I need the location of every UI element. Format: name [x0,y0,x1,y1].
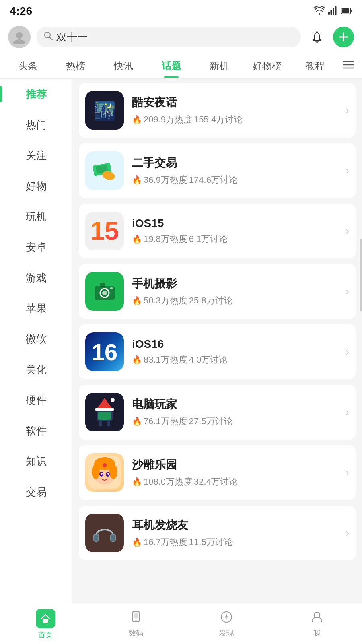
topic-icon-4 [85,272,124,311]
svg-rect-1 [331,10,332,15]
topic-info-4: 手机摄影 🔥 50.3万热度 25.8万讨论 [132,276,346,307]
fire-icon-6: 🔥 [132,417,142,426]
topic-icon-2 [85,151,124,190]
svg-rect-5 [342,8,349,13]
bottom-nav-home[interactable]: 首页 [0,604,90,644]
chevron-1: › [346,104,349,117]
bottom-nav-device[interactable]: 数码 [90,604,181,644]
svg-rect-35 [107,421,110,426]
topic-item-7[interactable]: 沙雕乐园 🔥 108.0万热度 32.4万讨论 › [79,445,356,500]
bell-button[interactable] [306,27,327,47]
topic-title-7: 沙雕乐园 [132,457,346,473]
topic-icon-3: 15 [85,212,124,250]
battery-icon [341,7,352,16]
svg-point-25 [102,291,107,295]
fire-icon-8: 🔥 [132,537,142,547]
svg-point-27 [110,287,113,289]
topic-icon-7 [85,453,124,492]
tab-tutorial[interactable]: 教程 [291,53,339,79]
bottom-nav: 首页 数码 发现 我 [0,604,362,644]
svg-rect-46 [88,517,121,549]
signal-icon [328,6,338,17]
topic-title-8: 耳机发烧友 [132,518,346,533]
svg-rect-30 [98,412,111,420]
svg-point-44 [101,473,103,475]
profile-label: 我 [313,628,321,638]
sidebar-item-knowledge[interactable]: 知识 [0,446,72,477]
sidebar-item-play[interactable]: 玩机 [0,201,72,232]
person-icon [311,611,323,627]
topic-item-2[interactable]: 二手交易 🔥 36.9万热度 174.6万讨论 › [79,143,356,198]
bottom-nav-discover[interactable]: 发现 [181,604,272,644]
status-icons [314,6,352,17]
more-menu-button[interactable] [339,60,358,72]
topic-info-7: 沙雕乐园 🔥 108.0万热度 32.4万讨论 [132,457,346,488]
add-button[interactable] [333,27,354,47]
tab-goodlist[interactable]: 好物榜 [243,53,291,79]
svg-point-45 [107,473,109,475]
svg-rect-0 [328,12,330,15]
topic-title-5: iOS16 [132,338,346,351]
topic-icon-1: 🌃 [85,91,124,130]
avatar[interactable] [8,26,31,48]
sidebar-item-goods[interactable]: 好物 [0,171,72,201]
home-label: 首页 [38,630,53,640]
topic-icon-6 [85,393,124,431]
topic-icon-5: 16 [85,332,124,371]
topic-icon-8 [85,514,124,552]
fire-icon-1: 🔥 [132,115,142,124]
topic-stats-8: 🔥 16.7万热度 11.5万讨论 [132,536,346,548]
sidebar-item-android[interactable]: 安卓 [0,232,72,262]
svg-point-33 [111,398,115,402]
topic-title-3: iOS15 [132,217,346,230]
svg-rect-2 [333,8,334,15]
chevron-5: › [346,345,349,358]
fire-icon-3: 🔥 [132,234,142,244]
svg-rect-32 [95,408,114,411]
sidebar-item-apple[interactable]: 苹果 [0,293,72,324]
topic-item-5[interactable]: 16 iOS16 🔥 83.1万热度 4.0万讨论 › [79,324,356,379]
search-bar[interactable]: 双十一 [36,27,301,47]
bottom-nav-profile[interactable]: 我 [272,604,362,644]
sidebar-item-trade[interactable]: 交易 [0,477,72,507]
chevron-3: › [346,225,349,237]
topic-item-6[interactable]: 电脑玩家 🔥 76.1万热度 27.5万讨论 › [79,385,356,440]
topic-stats-2: 🔥 36.9万热度 174.6万讨论 [132,174,346,186]
sidebar-item-beauty[interactable]: 美化 [0,354,72,385]
status-bar: 4:26 [0,0,362,21]
topic-info-8: 耳机发烧友 🔥 16.7万热度 11.5万讨论 [132,518,346,548]
sidebar-item-recommend[interactable]: 推荐 [0,79,72,109]
topic-item-1[interactable]: 🌃 酷安夜话 🔥 209.9万热度 155.4万讨论 › [79,83,356,138]
chevron-8: › [346,526,349,539]
topic-stats-5: 🔥 83.1万热度 4.0万讨论 [132,354,346,366]
compass-icon [220,611,233,627]
device-icon [130,611,142,627]
tab-newphones[interactable]: 新机 [195,53,243,79]
topic-title-4: 手机摄影 [132,276,346,291]
tab-hot[interactable]: 热榜 [52,53,100,79]
fire-icon-5: 🔥 [132,355,142,365]
tab-topics[interactable]: 话题 [148,53,195,79]
svg-point-41 [103,463,107,467]
topic-item-3[interactable]: 15 iOS15 🔥 19.8万热度 6.1万讨论 › [79,204,356,258]
topic-item-4[interactable]: 手机摄影 🔥 50.3万热度 25.8万讨论 › [79,264,356,319]
topic-stats-7: 🔥 108.0万热度 32.4万讨论 [132,476,346,488]
sidebar: 推荐 热门 关注 好物 玩机 安卓 游戏 苹果 微软 美化 硬件 软件 知识 交… [0,79,72,612]
svg-point-39 [92,464,100,479]
svg-point-7 [13,39,25,44]
fire-icon-4: 🔥 [132,296,142,305]
tab-news[interactable]: 快讯 [100,53,148,79]
topic-stats-4: 🔥 50.3万热度 25.8万讨论 [132,295,346,307]
topic-title-2: 二手交易 [132,155,346,171]
sidebar-item-microsoft[interactable]: 微软 [0,324,72,354]
tab-headlines[interactable]: 头条 [4,53,52,79]
topic-item-8[interactable]: 耳机发烧友 🔥 16.7万热度 11.5万讨论 › [79,506,356,560]
svg-rect-26 [100,283,105,287]
svg-text:🌃: 🌃 [94,101,116,122]
sidebar-item-hot[interactable]: 热门 [0,109,72,140]
sidebar-item-hardware[interactable]: 硬件 [0,385,72,415]
sidebar-item-game[interactable]: 游戏 [0,262,72,293]
topic-title-6: 电脑玩家 [132,397,346,412]
sidebar-item-software[interactable]: 软件 [0,415,72,446]
sidebar-item-follow[interactable]: 关注 [0,140,72,171]
